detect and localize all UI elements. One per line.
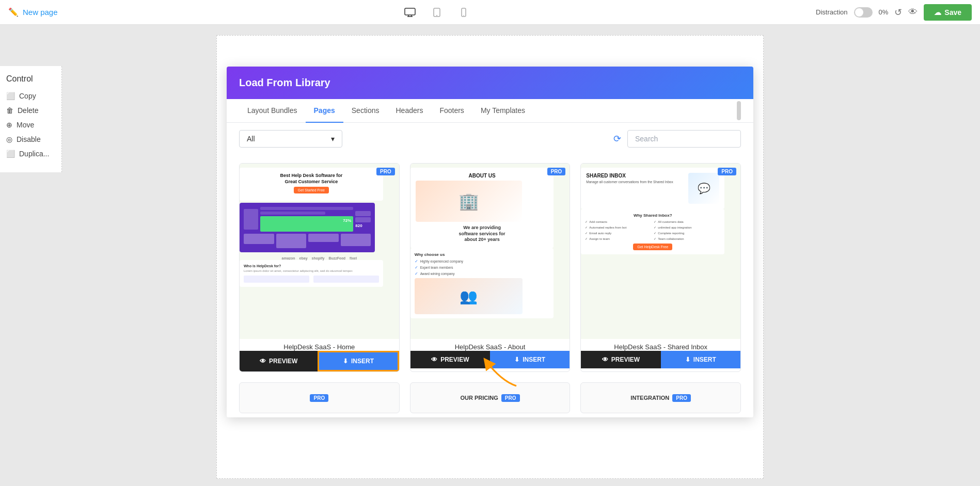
card-helpdesk-about-name: HelpDesk SaaS - About	[410, 339, 570, 351]
feature-icon-2: ✓	[654, 220, 656, 223]
distraction-toggle[interactable]	[854, 7, 873, 18]
card-helpdesk-about-footer: HelpDesk SaaS - About 👁 PREVIEW ⬇ INSERT	[410, 339, 570, 368]
card3-cta-btn: Get HelpDesk Free	[633, 244, 672, 250]
card3-hero-section: SHARED INBOX Manage all customer convers…	[581, 168, 724, 209]
bottom-pro-badge-2: PRO	[501, 394, 520, 402]
card2-bottom-title: Why choose us	[415, 252, 550, 257]
svg-point-5	[436, 15, 437, 16]
pro-badge-shared-inbox: PRO	[718, 168, 736, 175]
save-cloud-icon: ☁	[934, 8, 941, 17]
feature-label-6: Complete reporting	[658, 232, 684, 235]
card3-hero-title: SHARED INBOX	[586, 173, 685, 179]
pro-badge-home: PRO	[376, 168, 395, 175]
feature-label-2: All customers data	[658, 220, 683, 223]
preview-button-about[interactable]: 👁 PREVIEW	[410, 351, 490, 368]
card3-feature-8: ✓ Team collaboration	[654, 237, 720, 240]
delete-icon: 🗑	[6, 106, 13, 115]
canvas-inner: Load From Library Layout Bundles Pages S…	[216, 35, 764, 479]
tablet-device-icon[interactable]	[430, 5, 444, 20]
card1-hero-section: Best Help Desk Software forGreat Custome…	[240, 168, 383, 201]
card3-features-grid: ✓ Add contacts ✓ All customers data ✓ Au…	[585, 220, 720, 240]
tab-headers[interactable]: Headers	[387, 99, 431, 123]
card-helpdesk-shared-inbox-thumb: PRO SHARED INBOX Manage all customer con…	[581, 164, 740, 339]
card3-feature-2: ✓ All customers data	[654, 220, 720, 223]
new-page-button[interactable]: New page	[23, 8, 58, 17]
control-copy[interactable]: ⬜ Copy	[6, 92, 55, 100]
duplicate-icon: ⬜	[6, 150, 15, 158]
copy-label: Copy	[19, 92, 36, 100]
card2-feature-3: Award wining company	[420, 272, 455, 276]
move-label: Move	[17, 121, 34, 129]
modal-header: Load From Library	[227, 67, 753, 99]
feature-icon-4: ✓	[654, 225, 656, 229]
percent-label: 0%	[879, 8, 889, 16]
control-duplicate[interactable]: ⬜ Duplica...	[6, 150, 55, 158]
bottom-card-3-label: INTEGRATION	[630, 395, 669, 401]
card-helpdesk-home-thumb: PRO Best Help Desk Software forGreat Cus…	[240, 164, 399, 339]
feature-label-3: Automated replies from bot	[589, 226, 626, 229]
load-library-modal: Load From Library Layout Bundles Pages S…	[227, 67, 753, 417]
eye-preview-icon-shared-inbox: 👁	[602, 356, 608, 363]
tab-my-templates[interactable]: My Templates	[472, 99, 533, 123]
feature-label-1: Add contacts	[589, 220, 607, 223]
topbar-right: Distraction 0% ↺ 👁 ☁ Save	[816, 4, 972, 21]
card-helpdesk-shared-inbox-footer: HelpDesk SaaS - Shared Inbox 👁 PREVIEW ⬇…	[581, 339, 740, 368]
preview-button-home[interactable]: 👁 PREVIEW	[240, 351, 318, 371]
mobile-device-icon[interactable]	[456, 5, 471, 20]
save-button[interactable]: ☁ Save	[924, 4, 972, 21]
search-input[interactable]	[627, 130, 741, 148]
preview-label-home: PREVIEW	[269, 358, 297, 365]
feature-label-7: Assign to team	[589, 237, 610, 240]
card3-bottom-section: Why Shared Inbox? ✓ Add contacts ✓ All c…	[581, 209, 724, 254]
desktop-device-icon[interactable]	[403, 5, 417, 20]
tab-footers[interactable]: Footers	[431, 99, 472, 123]
distraction-label: Distraction	[816, 8, 847, 16]
eye-icon[interactable]: 👁	[908, 7, 918, 18]
tab-sections[interactable]: Sections	[343, 99, 388, 123]
modal-header-title: Load From Library	[239, 77, 330, 88]
topbar-center	[403, 5, 471, 20]
history-icon[interactable]: ↺	[894, 7, 902, 18]
feature-icon-3: ✓	[585, 225, 588, 229]
feature-icon-7: ✓	[585, 237, 588, 240]
tab-pages[interactable]: Pages	[306, 99, 343, 123]
preview-button-shared-inbox[interactable]: 👁 PREVIEW	[581, 351, 660, 368]
card2-illustration-2: 👥	[415, 278, 523, 314]
disable-icon: ◎	[6, 135, 12, 143]
disable-label: Disable	[17, 135, 41, 143]
card-helpdesk-home: PRO Best Help Desk Software forGreat Cus…	[239, 163, 400, 372]
card3-feature-4: ✓ unlimited app integration	[654, 225, 720, 229]
insert-button-home[interactable]: ⬇ INSERT	[318, 351, 399, 371]
card2-hero-title: ABOUT US	[416, 173, 549, 179]
control-disable[interactable]: ◎ Disable	[6, 135, 55, 143]
tab-layout-bundles[interactable]: Layout Bundles	[239, 99, 306, 123]
control-title: Control	[6, 74, 55, 84]
card1-bottom-title: Who is HelpDesk for?	[244, 264, 379, 268]
bottom-card-2-label: OUR PRICING	[460, 395, 498, 401]
control-delete[interactable]: 🗑 Delete	[6, 106, 55, 115]
preview-label-shared-inbox: PREVIEW	[611, 356, 640, 363]
card-helpdesk-shared-inbox-actions: 👁 PREVIEW ⬇ INSERT	[581, 351, 740, 368]
bottom-card-3: INTEGRATION PRO	[580, 382, 741, 413]
feature-label-8: Team collaboration	[658, 237, 684, 240]
insert-button-shared-inbox[interactable]: ⬇ INSERT	[661, 351, 740, 368]
card-helpdesk-about: PRO ABOUT US 🏢 We are providingsoftware …	[410, 163, 571, 372]
bottom-row-hint: PRO OUR PRICING PRO INTEGRATION PRO	[227, 382, 753, 417]
card2-list-item-3: ✓ Award wining company	[415, 271, 550, 276]
control-move[interactable]: ⊕ Move	[6, 121, 55, 129]
pro-badge-about: PRO	[547, 168, 566, 175]
card3-feature-6: ✓ Complete reporting	[654, 231, 720, 235]
insert-button-about[interactable]: ⬇ INSERT	[490, 351, 570, 368]
card2-hero-section: ABOUT US 🏢 We are providingsoftware serv…	[410, 168, 554, 248]
bottom-card-2: OUR PRICING PRO	[410, 382, 571, 413]
card2-bottom-section: Why choose us ✓ Highly experienced compa…	[410, 248, 554, 318]
filter-value: All	[247, 135, 255, 143]
feature-label-4: unlimited app integration	[658, 226, 691, 229]
category-filter-dropdown[interactable]: All ▾	[239, 130, 342, 148]
card-helpdesk-home-footer: HelpDesk SaaS - Home 👁 PREVIEW ⬇ INSERT	[240, 339, 399, 371]
card3-feature-1: ✓ Add contacts	[585, 220, 652, 223]
search-refresh-icon[interactable]: ⟳	[613, 133, 621, 144]
insert-label-home: INSERT	[351, 358, 374, 365]
insert-icon-home: ⬇	[343, 358, 348, 365]
feature-icon-8: ✓	[654, 237, 656, 240]
